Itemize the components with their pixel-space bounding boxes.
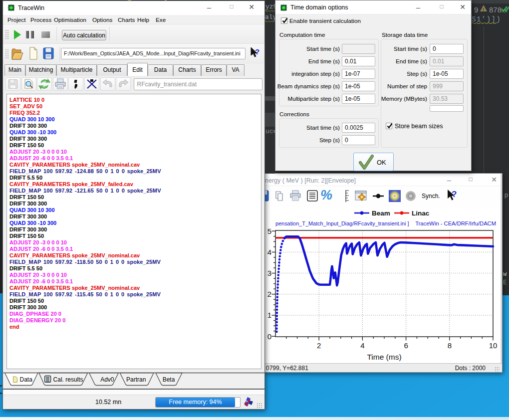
svg-text:Cal. results: Cal. results (53, 376, 83, 383)
svg-text:2: 2 (317, 341, 321, 350)
svg-text:6: 6 (404, 341, 408, 350)
svg-text:?: ? (255, 47, 259, 56)
svg-text:Time (ms): Time (ms) (367, 353, 401, 361)
svg-text:2: 2 (267, 290, 271, 298)
svg-text:1: 1 (267, 311, 271, 319)
svg-text:3: 3 (267, 269, 271, 277)
svg-text:Beta: Beta (163, 376, 175, 383)
svg-text:Data: Data (20, 376, 33, 383)
svg-text:Adv0: Adv0 (100, 376, 114, 383)
svg-text:4: 4 (360, 341, 364, 350)
svg-text:4: 4 (267, 248, 271, 256)
svg-text:?: ? (452, 190, 457, 199)
svg-text:Partran: Partran (126, 376, 146, 383)
svg-text:10: 10 (489, 341, 498, 350)
svg-text:0: 0 (267, 332, 271, 341)
svg-text:8: 8 (448, 341, 452, 350)
svg-text:5: 5 (267, 227, 271, 235)
